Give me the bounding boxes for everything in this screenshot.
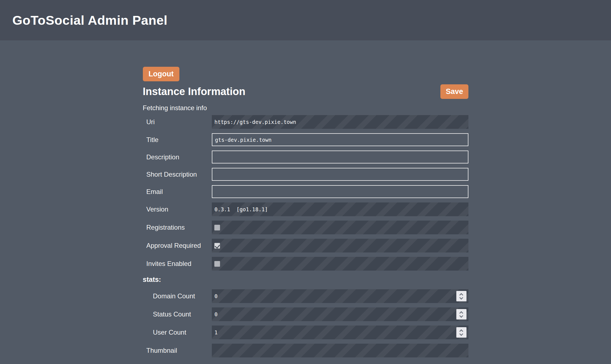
- approval-required-field-disabled: [212, 239, 468, 252]
- stats-section-heading: stats:: [143, 276, 468, 284]
- logout-button[interactable]: Logout: [143, 67, 179, 81]
- app-title: GoToSocial Admin Panel: [12, 13, 168, 28]
- description-label: Description: [143, 153, 212, 161]
- domain-count-value: 0: [212, 293, 218, 299]
- invites-enabled-label: Invites Enabled: [143, 260, 212, 268]
- status-count-label: Status Count: [143, 310, 212, 318]
- status-message: Fetching instance info: [143, 104, 468, 112]
- invites-enabled-checkbox: [214, 261, 220, 267]
- domain-count-stepper[interactable]: [456, 291, 466, 301]
- page-title: Instance Information: [143, 86, 246, 98]
- domain-count-label: Domain Count: [143, 292, 212, 300]
- field-row-description: Description: [143, 151, 468, 163]
- registrations-checkbox: [214, 225, 220, 230]
- field-row-version: Version 0.3.1 [go1.18.1]: [143, 202, 468, 216]
- field-row-registrations: Registrations: [143, 221, 468, 234]
- version-value: 0.3.1 [go1.18.1]: [212, 206, 268, 212]
- uri-field-disabled: https://gts-dev.pixie.town: [212, 115, 468, 129]
- approval-required-label: Approval Required: [143, 242, 212, 249]
- user-count-field-disabled: 1: [212, 326, 468, 339]
- title-label: Title: [143, 136, 212, 144]
- thumbnail-field-disabled: [212, 344, 468, 357]
- instance-settings-panel: Logout Instance Information Save Fetchin…: [143, 40, 468, 364]
- field-row-approval-required: Approval Required: [143, 239, 468, 252]
- short-description-label: Short Description: [143, 171, 212, 178]
- title-input[interactable]: [212, 133, 468, 146]
- version-label: Version: [143, 205, 212, 213]
- registrations-label: Registrations: [143, 224, 212, 231]
- stepper-down-icon[interactable]: [459, 296, 463, 300]
- field-row-user-count: User Count 1: [143, 326, 468, 339]
- registrations-field-disabled: [212, 221, 468, 234]
- version-field-disabled: 0.3.1 [go1.18.1]: [212, 202, 468, 216]
- stepper-down-icon[interactable]: [459, 314, 463, 318]
- user-count-stepper[interactable]: [456, 327, 466, 338]
- short-description-input[interactable]: [212, 168, 468, 181]
- thumbnail-label: Thumbnail: [143, 347, 212, 354]
- field-row-title: Title: [143, 133, 468, 146]
- field-row-status-count: Status Count 0: [143, 307, 468, 321]
- uri-label: Uri: [143, 118, 212, 126]
- app-header: GoToSocial Admin Panel: [0, 0, 611, 40]
- user-count-label: User Count: [143, 329, 212, 336]
- field-row-email: Email: [143, 185, 468, 198]
- description-input[interactable]: [212, 151, 468, 163]
- email-label: Email: [143, 188, 212, 196]
- email-input[interactable]: [212, 185, 468, 198]
- domain-count-field-disabled: 0: [212, 289, 468, 303]
- field-row-uri: Uri https://gts-dev.pixie.town: [143, 115, 468, 129]
- uri-value: https://gts-dev.pixie.town: [212, 119, 296, 125]
- field-row-thumbnail: Thumbnail: [143, 344, 468, 357]
- stepper-down-icon[interactable]: [459, 332, 463, 336]
- approval-required-checkbox: [214, 243, 220, 249]
- user-count-value: 1: [212, 329, 218, 335]
- field-row-domain-count: Domain Count 0: [143, 289, 468, 303]
- invites-enabled-field-disabled: [212, 257, 468, 271]
- status-count-field-disabled: 0: [212, 307, 468, 321]
- status-count-value: 0: [212, 311, 218, 317]
- field-row-short-description: Short Description: [143, 168, 468, 181]
- field-row-invites-enabled: Invites Enabled: [143, 257, 468, 271]
- save-button[interactable]: Save: [440, 84, 468, 99]
- status-count-stepper[interactable]: [456, 309, 466, 319]
